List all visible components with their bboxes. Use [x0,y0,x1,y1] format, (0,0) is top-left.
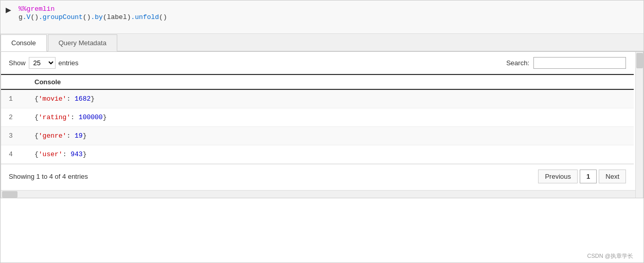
code-editor: ▶ %%gremlin g.V().groupCount().by(label)… [1,1,643,34]
search-area: Search: [506,57,626,69]
panel-wrapper: Show 25 10 50 100 entries Search: [1,51,643,198]
page-1-button[interactable]: 1 [580,170,597,183]
magic-command: %%gremlin [19,5,55,13]
show-entries-control: Show 25 10 50 100 entries [9,57,79,69]
controls-bar: Show 25 10 50 100 entries Search: [1,52,634,74]
search-label: Search: [506,59,529,67]
cell-value: {'movie': 1682} [27,89,634,108]
table-row: 2 {'rating': 100000} [1,108,634,127]
run-icon[interactable]: ▶ [6,6,11,14]
table-footer: Showing 1 to 4 of 4 entries Previous 1 N… [1,164,634,189]
cell-num: 3 [1,127,27,145]
tab-console[interactable]: Console [1,34,47,51]
data-table: Console 1 {'movie': 1682} 2 {'rating': 1… [1,74,634,164]
col-console-header: Console [27,74,634,89]
show-label: Show [9,59,26,67]
scrollbar-right[interactable] [635,52,643,198]
code-line: g.V().groupCount().by(label).unfold() [19,13,167,21]
scrollbar-thumb-right [636,53,643,68]
table-row: 1 {'movie': 1682} [1,89,634,108]
next-button[interactable]: Next [599,170,626,183]
entries-label: entries [59,59,79,67]
cell-num: 1 [1,89,27,108]
tab-query-metadata[interactable]: Query Metadata [48,34,117,51]
scrollbar-bottom[interactable] [1,190,635,198]
main-window: ▶ %%gremlin g.V().groupCount().by(label)… [0,0,644,263]
showing-text: Showing 1 to 4 of 4 entries [9,173,88,180]
col-num-header [1,74,27,89]
watermark: CSDN @执章学长 [587,252,633,260]
tabs-bar: Console Query Metadata [1,34,643,51]
cell-value: {'rating': 100000} [27,108,634,127]
table-row: 4 {'user': 943} [1,145,634,164]
pagination: Previous 1 Next [538,170,626,183]
table-row: 3 {'genre': 19} [1,127,634,145]
panel-content: Show 25 10 50 100 entries Search: [1,52,643,198]
entries-select[interactable]: 25 10 50 100 [29,57,56,69]
cell-num: 2 [1,108,27,127]
cell-num: 4 [1,145,27,164]
search-input[interactable] [533,57,626,69]
scrollbar-thumb-bottom [2,191,17,198]
previous-button[interactable]: Previous [538,170,578,183]
cell-value: {'genre': 19} [27,127,634,145]
cell-value: {'user': 943} [27,145,634,164]
